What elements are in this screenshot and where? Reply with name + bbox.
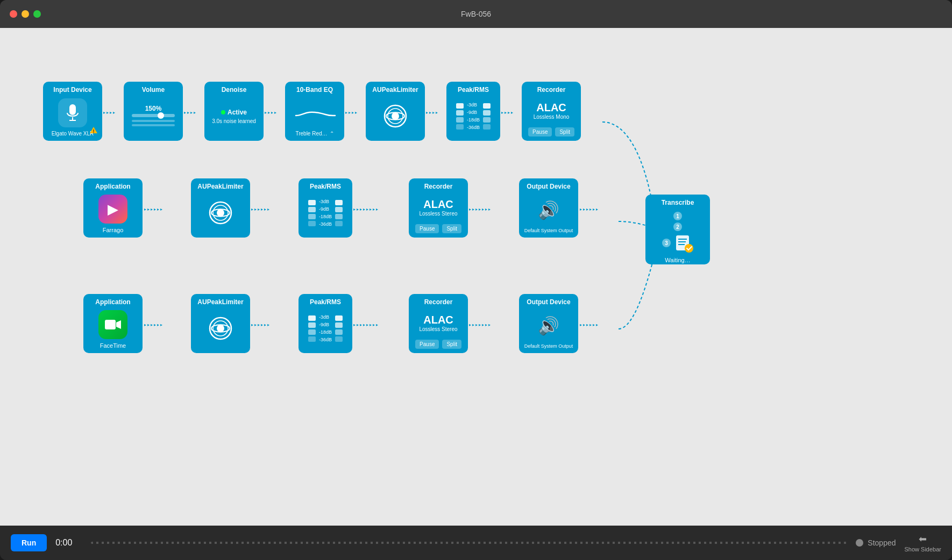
eq-title: 10-Band EQ [296,86,333,94]
peakrms-node-2[interactable]: Peak/RMS -3dB -9dB -18dB -36dB [299,178,352,238]
recorder-split-2[interactable]: Split [442,224,461,233]
speaker-icon-1: 🔊 [538,200,559,220]
aupeak-icon-1 [381,102,410,131]
volume-body: 150% [128,96,179,137]
recorder-btns-2: Pause Split [415,224,461,233]
volume-percent: 150% [145,105,162,112]
eq-node[interactable]: 10-Band EQ Treble Red… ⌃ [285,82,344,141]
recorder-pause-1[interactable]: Pause [528,127,552,137]
output-device-node-2[interactable]: Output Device 🔊 Default System Output [519,294,578,353]
transcribe-node[interactable]: Transcribe 1 2 3 [645,195,710,264]
svg-point-10 [217,209,224,217]
aupeak-node-1[interactable]: AUPeakLimiter [366,82,425,141]
aupeak-node-2[interactable]: AUPeakLimiter [191,178,250,238]
facetime-icon [98,310,127,339]
svg-point-7 [392,112,399,120]
arrow-r2-2-3: ▸▸▸▸▸▸ [251,207,271,212]
recorder-btns-3: Pause Split [415,340,461,349]
transcribe-step-2: 2 [673,222,682,231]
recorder-node-1[interactable]: Recorder ALAC Lossless Mono Pause Split [522,82,581,141]
main-window: FwB-056 Input Device [0,0,952,560]
minimize-button[interactable] [22,10,29,18]
recorder-node-2[interactable]: Recorder ALAC Lossless Stereo Pause Spli… [409,178,468,238]
volume-title: Volume [142,86,165,94]
arrow-r2-3-4: ▸▸▸▸▸▸▸▸ [353,207,379,212]
peakrms-bars-2 [308,200,316,226]
svg-rect-0 [69,104,76,115]
transcribe-step-3: 3 [662,233,693,253]
progress-dots [91,542,847,544]
arrow-6-7: ▸▸▸▸ [501,110,514,115]
volume-slider[interactable] [132,114,175,117]
output-device-label-2: Default System Output [524,343,573,349]
recorder-format-2: ALAC [423,198,453,211]
denoise-node[interactable]: Denoise Active 3.0s noise learned [204,82,264,141]
output-device-node-1[interactable]: Output Device 🔊 Default System Output [519,178,578,238]
traffic-lights [10,10,41,18]
app-farrago-label: Farrago [103,227,124,233]
peakrms-body-3: -3dB -9dB -18dB -36dB [303,308,348,349]
recorder-body-3: ALAC Lossless Stereo [413,308,464,338]
eq-preset[interactable]: Treble Red… ⌃ [295,131,333,137]
peakrms-bars-3 [308,315,316,342]
denoise-body: Active 3.0s noise learned [209,96,259,137]
arrow-r2-4-5: ▸▸▸▸▸▸▸ [469,207,492,212]
volume-track-2 [132,120,175,122]
input-device-label: Elgato Wave XLR [52,131,94,137]
arrow-2-3: ▸▸▸▸ [184,110,197,115]
time-display: 0:00 [55,538,82,548]
run-button[interactable]: Run [11,534,47,551]
titlebar: FwB-056 [0,0,952,28]
recorder-title-3: Recorder [424,298,453,306]
recorder-pause-2[interactable]: Pause [415,224,439,233]
recorder-node-3[interactable]: Recorder ALAC Lossless Stereo Pause Spli… [409,294,468,353]
svg-point-20 [685,244,693,253]
volume-track-3 [132,124,175,126]
aupeak-title-2: AUPeakLimiter [197,183,243,190]
transcribe-icon [674,233,693,253]
peakrms-node-3[interactable]: Peak/RMS -3dB -9dB -18dB -36dB [299,294,352,353]
aupeak-node-3[interactable]: AUPeakLimiter [191,294,250,353]
aupeak-body-3 [195,308,246,349]
recorder-format-1: ALAC [536,102,566,114]
peakrms-labels-2: -3dB -9dB -18dB -36dB [319,199,332,227]
window-title: FwB-056 [461,10,491,18]
app-facetime-title: Application [95,298,130,306]
output-device-title-1: Output Device [527,183,570,190]
recorder-format-3: ALAC [423,314,453,326]
progress-bar [91,542,847,544]
arrow-3-4: ▸▸▸▸ [265,110,278,115]
maximize-button[interactable] [33,10,41,18]
status-text: Stopped [868,539,896,547]
recorder-split-1[interactable]: Split [555,127,574,137]
show-sidebar-label: Show Sidebar [905,546,942,552]
recorder-channels-3: Lossless Stereo [419,326,457,332]
app-farrago-title: Application [95,183,130,190]
denoise-title: Denoise [222,86,247,94]
arrow-1-2: ▸▸▸▸ [103,110,116,115]
app-farrago-node[interactable]: Application ▶ Farrago [83,178,143,238]
output-device-label-1: Default System Output [524,228,573,233]
transcribe-status: Waiting… [665,257,690,263]
input-device-body: ! [47,96,98,130]
close-button[interactable] [10,10,17,18]
volume-node[interactable]: Volume 150% [124,82,183,141]
arrow-4-5: ▸▸▸▸ [345,110,358,115]
recorder-btns-1: Pause Split [528,127,574,137]
show-sidebar-button[interactable]: ⬅ Show Sidebar [905,533,942,552]
app-facetime-label: FaceTime [100,342,126,349]
svg-marker-12 [116,320,121,329]
input-device-node[interactable]: Input Device ! [43,82,102,141]
app-facetime-body [88,308,138,341]
recorder-split-3[interactable]: Split [442,340,461,349]
peakrms-body-2: -3dB -9dB -18dB -36dB [303,192,348,233]
recorder-body-1: ALAC Lossless Mono [526,96,577,125]
peakrms-bars-1 [456,103,464,130]
app-farrago-body: ▶ [88,192,138,226]
peakrms-node-1[interactable]: Peak/RMS -3dB -9dB -18dB -36dB [446,82,500,141]
canvas-area: Input Device ! [0,28,952,526]
status-indicator [856,539,863,547]
arrow-r3-4-5: ▸▸▸▸▸▸▸ [469,322,492,327]
recorder-pause-3[interactable]: Pause [415,340,439,349]
app-facetime-node[interactable]: Application FaceTime [83,294,143,353]
